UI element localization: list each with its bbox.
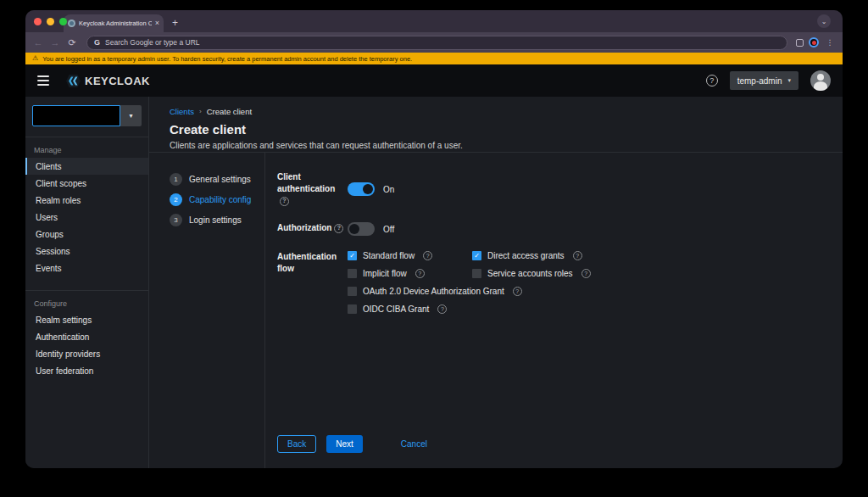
chevron-down-icon: ▾ [787, 77, 791, 84]
browser-tab[interactable]: Keycloak Administration Con × [64, 14, 164, 32]
realm-select-input[interactable] [32, 105, 120, 126]
next-button[interactable]: Next [326, 435, 363, 453]
avatar[interactable] [810, 70, 831, 91]
realm-selector[interactable]: ▾ [32, 105, 142, 126]
configure-nav: Realm settings Authentication Identity p… [25, 311, 148, 379]
sidebar-item[interactable]: Users [25, 209, 148, 226]
wizard-steps: 1 General settings 2 Capability config 3… [149, 153, 265, 468]
sidebar-item-label: Clients [36, 162, 62, 171]
help-icon[interactable]: ? [581, 269, 591, 278]
help-icon[interactable]: ? [334, 224, 343, 233]
forward-icon[interactable]: → [49, 37, 61, 47]
flow-option: Service accounts roles ? [472, 269, 591, 278]
checkbox[interactable] [472, 269, 481, 278]
tab-close-icon[interactable]: × [155, 20, 159, 27]
wizard-step[interactable]: 3 Login settings [170, 214, 264, 226]
warning-text: You are logged in as a temporary admin u… [42, 55, 412, 63]
keycloak-favicon-icon [68, 20, 75, 27]
record-icon[interactable] [809, 37, 819, 47]
sidebar-item[interactable]: Realm roles [25, 192, 148, 209]
client-authentication-row: Client authentication ? On [277, 171, 843, 207]
window-controls [34, 18, 67, 25]
close-window-button[interactable] [34, 18, 42, 25]
sidebar-item-label: Groups [36, 230, 64, 239]
warning-icon: ⚠ [32, 55, 38, 62]
help-icon[interactable]: ? [280, 197, 289, 206]
sidebar-section-configure: Configure [25, 291, 148, 311]
flow-option: OIDC CIBA Grant ? [348, 304, 591, 314]
help-icon[interactable]: ? [437, 304, 447, 314]
step-label: General settings [189, 175, 251, 184]
maximize-window-button[interactable] [59, 18, 67, 25]
user-menu-label: temp-admin [737, 76, 782, 86]
sidebar-item-label: Realm settings [36, 316, 92, 325]
authorization-toggle[interactable] [348, 222, 375, 236]
sidebar-item[interactable]: Identity providers [25, 345, 148, 362]
sidebar-item-label: User federation [36, 366, 93, 376]
cancel-button[interactable]: Cancel [392, 435, 437, 453]
client-authentication-toggle[interactable] [348, 182, 375, 196]
sidebar-item-label: Sessions [36, 247, 70, 256]
help-icon[interactable]: ? [706, 75, 718, 87]
step-number: 2 [170, 193, 182, 206]
help-icon[interactable]: ? [573, 251, 582, 260]
browser-menu-icon[interactable]: ⋮ [824, 38, 836, 47]
realm-select-caret-icon: ▾ [120, 105, 142, 126]
google-icon: G [94, 38, 100, 47]
page-header: Clients › Create client Create client Cl… [149, 97, 843, 153]
wizard-actions: Back Next Cancel [277, 435, 843, 453]
wizard-step[interactable]: 2 Capability config [170, 193, 264, 206]
tab-strip: Keycloak Administration Con × + ⌄ [25, 10, 843, 32]
manage-nav: Clients Client scopes Realm roles Users [25, 158, 148, 276]
checkbox[interactable]: ✓ [348, 251, 357, 260]
keycloak-logo-icon [66, 75, 81, 87]
step-number: 1 [170, 173, 182, 186]
sidebar-item[interactable]: Sessions [25, 243, 148, 260]
keycloak-logo: KEYCLOAK [66, 75, 150, 87]
client-authentication-label: Client authentication ? [277, 171, 348, 207]
sidebar-item[interactable]: Events [25, 260, 148, 276]
new-tab-button[interactable]: + [172, 17, 178, 29]
sidebar-item-label: Events [36, 264, 62, 273]
step-number: 3 [170, 214, 182, 226]
sidebar-item-label: Identity providers [36, 349, 100, 359]
temporary-admin-warning-banner: ⚠ You are logged in as a temporary admin… [25, 53, 843, 64]
breadcrumb-clients-link[interactable]: Clients [170, 107, 194, 116]
reload-icon[interactable]: ⟳ [66, 37, 78, 48]
authentication-flow-row: Authentication flow ✓ Standard flow ? [277, 251, 843, 314]
back-icon[interactable]: ← [32, 37, 44, 47]
sidebar-item[interactable]: Clients [25, 158, 148, 175]
checkbox[interactable] [348, 269, 357, 278]
sidebar-item[interactable]: User federation [25, 362, 148, 379]
checkbox[interactable]: ✓ [472, 251, 481, 260]
browser-toolbar: ← → ⟳ G Search Google or type a URL ⋮ [25, 32, 843, 53]
step-label: Login settings [189, 215, 242, 225]
breadcrumb: Clients › Create client [170, 107, 822, 116]
browser-window-icon[interactable] [796, 39, 804, 47]
flow-option: ✓ Standard flow ? [348, 251, 472, 260]
page-description: Clients are applications and services th… [170, 141, 822, 150]
help-icon[interactable]: ? [513, 287, 522, 296]
help-icon[interactable]: ? [423, 251, 432, 260]
sidebar-item[interactable]: Realm settings [25, 311, 148, 328]
sidebar-item[interactable]: Groups [25, 226, 148, 243]
url-bar[interactable]: G Search Google or type a URL [86, 36, 787, 50]
tab-search-button[interactable]: ⌄ [817, 14, 831, 28]
checkbox[interactable] [348, 287, 357, 296]
flow-option-label: Implicit flow [363, 269, 407, 278]
checkbox[interactable] [348, 304, 357, 314]
flow-option: Implicit flow ? [348, 269, 472, 278]
sidebar-item[interactable]: Authentication [25, 328, 148, 345]
hamburger-menu-icon[interactable] [37, 75, 49, 86]
flow-option-label: Direct access grants [487, 251, 565, 260]
sidebar-item[interactable]: Client scopes [25, 175, 148, 192]
wizard-step[interactable]: 1 General settings [170, 173, 264, 186]
user-menu-button[interactable]: temp-admin ▾ [730, 71, 798, 90]
sidebar: ▾ Manage Clients Client scopes Realm rol… [25, 97, 149, 468]
breadcrumb-chevron-icon: › [199, 108, 202, 115]
minimize-window-button[interactable] [47, 18, 54, 25]
flow-option-label: Service accounts roles [487, 269, 573, 278]
back-button[interactable]: Back [277, 435, 316, 453]
sidebar-section-manage: Manage [25, 137, 148, 158]
help-icon[interactable]: ? [415, 269, 425, 278]
